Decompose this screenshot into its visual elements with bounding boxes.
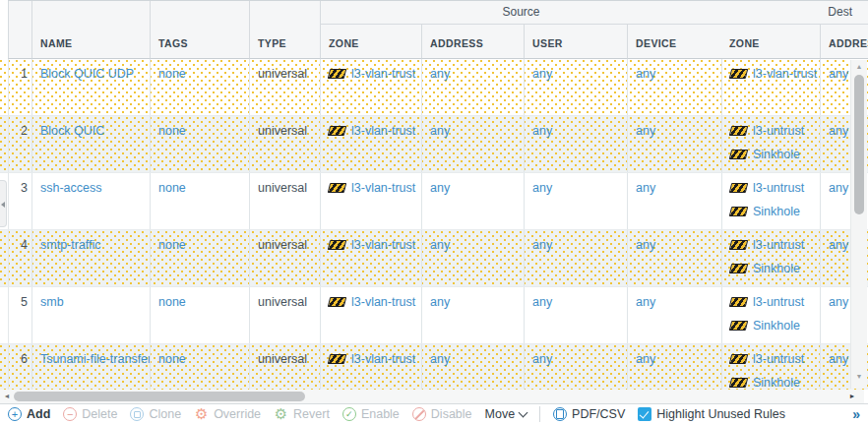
- zone-entry[interactable]: l3-vlan-trust: [329, 67, 415, 81]
- panel-collapse-handle[interactable]: [0, 180, 7, 227]
- rule-type: universal: [249, 287, 320, 343]
- circle-minus-icon: −: [63, 407, 77, 421]
- enable-button[interactable]: ✓ Enable: [342, 407, 400, 421]
- zone-entry[interactable]: l3-untrust: [730, 124, 814, 138]
- scroll-right-icon[interactable]: ►: [846, 390, 858, 403]
- table-row[interactable]: 5 smb none universal l3-vlan-trust any a…: [0, 287, 868, 344]
- override-button[interactable]: ⚙ Override: [194, 407, 261, 422]
- source-device[interactable]: any: [627, 344, 721, 390]
- rules-table-body: 1 Block QUIC UDP none universal l3-vlan-…: [0, 59, 868, 390]
- table-row[interactable]: 1 Block QUIC UDP none universal l3-vlan-…: [0, 59, 868, 116]
- rule-name-link[interactable]: Block QUIC: [31, 116, 150, 172]
- source-device[interactable]: any: [627, 230, 721, 286]
- table-row[interactable]: 3 ssh-access none universal l3-vlan-trus…: [0, 173, 868, 230]
- clone-icon: [130, 407, 144, 421]
- dest-zone-cell: l3-untrust Sinkhole: [721, 116, 820, 172]
- source-user[interactable]: any: [524, 344, 627, 390]
- dest-zone-cell: l3-untrust Sinkhole: [721, 230, 820, 286]
- rule-name-link[interactable]: smb: [31, 287, 150, 343]
- add-button[interactable]: + Add: [8, 407, 50, 421]
- column-header-source-zone[interactable]: ZONE: [320, 25, 421, 59]
- rule-number: 2: [8, 116, 31, 172]
- pdf-csv-button[interactable]: PDF/CSV: [553, 407, 625, 421]
- rule-tags[interactable]: none: [150, 173, 249, 229]
- zone-entry[interactable]: l3-vlan-trust: [730, 67, 814, 81]
- source-address[interactable]: any: [421, 116, 524, 172]
- clone-button[interactable]: Clone: [130, 407, 181, 421]
- zone-entry[interactable]: Sinkhole: [730, 376, 814, 390]
- disable-button[interactable]: Disable: [412, 407, 472, 421]
- source-device[interactable]: any: [627, 59, 721, 115]
- zone-entry[interactable]: l3-vlan-trust: [329, 181, 415, 195]
- column-header-name[interactable]: NAME: [31, 0, 150, 59]
- source-address[interactable]: any: [421, 230, 524, 286]
- zone-icon: [328, 126, 346, 136]
- checked-checkbox-icon[interactable]: [638, 407, 651, 421]
- source-device[interactable]: any: [627, 116, 721, 172]
- scroll-down-icon[interactable]: ▼: [851, 371, 867, 383]
- source-user[interactable]: any: [524, 116, 627, 172]
- zone-entry[interactable]: l3-untrust: [730, 352, 814, 366]
- rule-tags[interactable]: none: [150, 116, 249, 172]
- zone-entry[interactable]: Sinkhole: [730, 148, 814, 161]
- zone-entry[interactable]: l3-vlan-trust: [329, 238, 415, 252]
- header-top-border: [8, 0, 868, 1]
- dest-zone-cell: l3-untrust Sinkhole: [721, 287, 820, 343]
- source-user[interactable]: any: [524, 230, 627, 286]
- column-header-type[interactable]: TYPE: [249, 0, 320, 59]
- zone-entry[interactable]: Sinkhole: [730, 319, 814, 333]
- source-address[interactable]: any: [421, 344, 524, 390]
- zone-entry[interactable]: l3-vlan-trust: [329, 352, 415, 366]
- table-row[interactable]: 2 Block QUIC none universal l3-vlan-trus…: [0, 116, 868, 173]
- column-header-source-address[interactable]: ADDRESS: [421, 25, 524, 59]
- rule-tags[interactable]: none: [150, 59, 249, 115]
- table-row[interactable]: 4 smtp-traffic none universal l3-vlan-tr…: [0, 230, 868, 287]
- rule-tags[interactable]: none: [150, 230, 249, 286]
- source-user[interactable]: any: [524, 59, 627, 115]
- scroll-left-icon[interactable]: ◄: [1, 390, 13, 403]
- source-address[interactable]: any: [421, 173, 524, 229]
- source-address[interactable]: any: [421, 59, 524, 115]
- highlight-unused-rules-toggle[interactable]: Highlight Unused Rules: [638, 407, 785, 421]
- move-dropdown[interactable]: Move: [485, 407, 527, 421]
- rule-name-link[interactable]: smtp-traffic: [31, 230, 150, 286]
- source-user[interactable]: any: [524, 173, 627, 229]
- rule-type: universal: [249, 344, 320, 390]
- vertical-scrollbar[interactable]: ▲ ▼: [850, 60, 867, 389]
- horizontal-scrollbar[interactable]: ◄ ►: [0, 390, 864, 403]
- horizontal-scrollbar-thumb[interactable]: [14, 392, 305, 401]
- zone-icon: [328, 297, 346, 307]
- column-header-dest-address[interactable]: ADDRESS: [820, 25, 868, 59]
- scroll-up-icon[interactable]: ▲: [851, 61, 867, 73]
- dest-zone-cell: l3-untrust Sinkhole: [721, 344, 820, 390]
- rule-tags[interactable]: none: [150, 287, 249, 343]
- zone-entry[interactable]: l3-untrust: [730, 295, 814, 309]
- more-options-chevrons[interactable]: »: [852, 406, 860, 422]
- column-header-dest-zone[interactable]: ZONE: [721, 25, 820, 59]
- rule-name-link[interactable]: Tsunami-file-transfer: [31, 344, 150, 390]
- source-user[interactable]: any: [524, 287, 627, 343]
- rule-name-link[interactable]: Block QUIC UDP: [31, 59, 150, 115]
- zone-entry[interactable]: l3-vlan-trust: [329, 295, 415, 309]
- column-header-tags[interactable]: TAGS: [150, 0, 249, 59]
- source-zone-cell: l3-vlan-trust: [320, 287, 421, 343]
- vertical-scrollbar-thumb[interactable]: [854, 75, 864, 214]
- source-address[interactable]: any: [421, 287, 524, 343]
- zone-entry[interactable]: l3-untrust: [730, 238, 814, 252]
- column-header-source-device[interactable]: DEVICE: [627, 25, 721, 59]
- zone-entry[interactable]: Sinkhole: [730, 262, 814, 275]
- zone-entry[interactable]: l3-untrust: [730, 181, 814, 195]
- dest-zone-cell: l3-untrust Sinkhole: [721, 173, 820, 229]
- zone-entry[interactable]: l3-vlan-trust: [329, 124, 415, 138]
- table-row[interactable]: 6 Tsunami-file-transfer none universal l…: [0, 344, 868, 390]
- revert-button[interactable]: ⚙ Revert: [274, 407, 330, 422]
- rule-name-link[interactable]: ssh-access: [31, 173, 150, 229]
- column-header-source-user[interactable]: USER: [524, 25, 627, 59]
- zone-entry[interactable]: Sinkhole: [730, 205, 814, 218]
- circle-plus-icon: +: [8, 407, 22, 421]
- delete-button[interactable]: − Delete: [63, 407, 117, 421]
- rule-tags[interactable]: none: [150, 344, 249, 390]
- source-device[interactable]: any: [627, 173, 721, 229]
- source-device[interactable]: any: [627, 287, 721, 343]
- source-zone-cell: l3-vlan-trust: [320, 173, 421, 229]
